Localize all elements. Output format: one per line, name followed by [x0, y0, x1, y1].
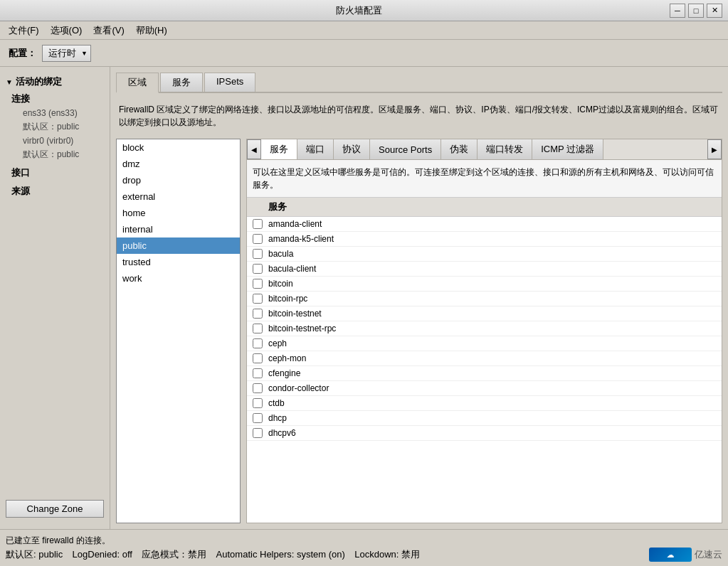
right-panel: 区域 服务 IPSets FirewallD 区域定义了绑定的网络连接、接口以及… [110, 67, 728, 529]
menu-view[interactable]: 查看(V) [88, 23, 130, 38]
inner-tabs: 服务 端口 协议 Source Ports 伪装 [261, 139, 707, 159]
close-button[interactable]: ✕ [707, 4, 722, 18]
sidebar-conn2-zone: 默认区：public [0, 147, 110, 162]
inner-tab-protocols[interactable]: 协议 [334, 139, 370, 159]
service-description: 可以在这里定义区域中哪些服务是可信的。可连接至绑定到这个区域的连接、接口和源的所… [247, 160, 722, 198]
tab-ipsets[interactable]: IPSets [204, 73, 255, 92]
inner-tab-masquerade[interactable]: 伪装 [441, 139, 478, 159]
menu-options[interactable]: 选项(O) [45, 23, 88, 38]
sidebar: ▼ 活动的绑定 连接 ens33 (ens33) 默认区：public virb… [0, 67, 110, 529]
service-checkbox-bitcoin[interactable] [253, 279, 263, 289]
inner-tab-icmp-filter[interactable]: ICMP 过滤器 [532, 139, 603, 159]
service-checkbox-bacula-client[interactable] [253, 264, 263, 274]
logo-area: ☁ 亿速云 [649, 548, 722, 562]
list-item: dhcp [247, 411, 722, 426]
service-checkbox-amanda-k5-client[interactable] [253, 234, 263, 244]
list-item: amanda-client [247, 217, 722, 232]
main-content: ▼ 活动的绑定 连接 ens33 (ens33) 默认区：public virb… [0, 67, 728, 529]
list-item: bitcoin [247, 277, 722, 292]
menubar: 文件(F) 选项(O) 查看(V) 帮助(H) [0, 21, 728, 40]
service-table: 服务 amanda-client amanda-k5-client b [247, 198, 722, 523]
logo-text: 亿速云 [695, 548, 722, 561]
config-label: 配置： [9, 47, 36, 60]
tabs-next-button[interactable]: ▶ [707, 139, 722, 159]
list-item: bacula [247, 247, 722, 262]
zone-detail: ◀ 服务 端口 协议 Source Ports [246, 139, 722, 523]
menu-file[interactable]: 文件(F) [3, 23, 45, 38]
maximize-button[interactable]: □ [688, 4, 704, 18]
service-checkbox-ctdb[interactable] [253, 398, 263, 408]
service-panel: 可以在这里定义区域中哪些服务是可信的。可连接至绑定到这个区域的连接、接口和源的所… [246, 159, 722, 523]
inner-tab-port-forward[interactable]: 端口转发 [478, 139, 532, 159]
service-checkbox-bitcoin-testnet[interactable] [253, 309, 263, 319]
list-item: amanda-k5-client [247, 232, 722, 247]
service-checkbox-dhcp[interactable] [253, 413, 263, 423]
zone-public[interactable]: public [117, 237, 240, 254]
statusbar-bottom: 默认区: public LogDenied: off 应急模式：禁用 Autom… [6, 548, 722, 562]
zone-panel: block dmz drop external home internal pu… [116, 139, 722, 523]
list-item: dhcpv6 [247, 426, 722, 441]
zone-external[interactable]: external [117, 188, 240, 205]
zone-drop[interactable]: drop [117, 172, 240, 188]
service-table-header: 服务 [247, 198, 722, 217]
list-item: ceph-mon [247, 351, 722, 366]
inner-tab-services[interactable]: 服务 [261, 139, 297, 159]
list-item: cfengine [247, 366, 722, 381]
statusbar-info: 默认区: public LogDenied: off 应急模式：禁用 Autom… [6, 548, 420, 561]
tab-services[interactable]: 服务 [160, 73, 203, 92]
service-checkbox-amanda-client[interactable] [253, 219, 263, 229]
zone-block[interactable]: block [117, 139, 240, 156]
runtime-dropdown[interactable]: 运行时 [42, 45, 91, 62]
inner-tabs-container: ◀ 服务 端口 协议 Source Ports [246, 139, 722, 159]
zone-home[interactable]: home [117, 205, 240, 221]
service-checkbox-dhcpv6[interactable] [253, 428, 263, 438]
list-item: bitcoin-testnet [247, 306, 722, 321]
sidebar-conn2-name: virbr0 (virbr0) [0, 134, 110, 147]
inner-tab-ports[interactable]: 端口 [297, 139, 334, 159]
status-connection-line: 已建立至 firewalld 的连接。 [6, 534, 722, 548]
list-item: bitcoin-rpc [247, 292, 722, 306]
zone-internal[interactable]: internal [117, 221, 240, 237]
list-item: bacula-client [247, 262, 722, 277]
zone-description: FirewallD 区域定义了绑定的网络连接、接口以及源地址的可信程度。区域是服… [116, 99, 722, 133]
service-checkbox-condor-collector[interactable] [253, 383, 263, 393]
sidebar-interfaces: 接口 [0, 165, 110, 181]
list-item: ctdb [247, 396, 722, 411]
service-checkbox-bitcoin-testnet-rpc[interactable] [253, 324, 263, 333]
service-checkbox-cfengine[interactable] [253, 368, 263, 378]
list-item: ceph [247, 336, 722, 351]
service-checkbox-ceph[interactable] [253, 338, 263, 348]
zone-list: block dmz drop external home internal pu… [116, 139, 241, 523]
logo-icon: ☁ [649, 548, 692, 562]
sidebar-sources: 来源 [0, 183, 110, 199]
tab-zones[interactable]: 区域 [116, 73, 159, 93]
zone-work[interactable]: work [117, 270, 240, 287]
window-title: 防火墙配置 [48, 4, 670, 17]
service-checkbox-bitcoin-rpc[interactable] [253, 294, 263, 304]
sidebar-conn1-zone: 默认区：public [0, 119, 110, 134]
change-zone-button[interactable]: Change Zone [6, 500, 104, 518]
top-tabs: 区域 服务 IPSets [116, 73, 722, 93]
sidebar-conn1-name: ens33 (ens33) [0, 107, 110, 119]
minimize-button[interactable]: ─ [670, 4, 685, 18]
statusbar: 已建立至 firewalld 的连接。 默认区: public LogDenie… [0, 529, 728, 566]
binding-header[interactable]: ▼ 活动的绑定 [0, 73, 110, 91]
service-checkbox-ceph-mon[interactable] [253, 353, 263, 363]
binding-arrow: ▼ [6, 78, 13, 86]
inner-tab-source-ports[interactable]: Source Ports [370, 139, 441, 159]
list-item: condor-collector [247, 381, 722, 396]
tabs-prev-button[interactable]: ◀ [247, 139, 261, 159]
zone-trusted[interactable]: trusted [117, 254, 240, 270]
menu-help[interactable]: 帮助(H) [130, 23, 173, 38]
zone-dmz[interactable]: dmz [117, 156, 240, 172]
toolbar: 配置： 运行时 [0, 40, 728, 67]
list-item: bitcoin-testnet-rpc [247, 321, 722, 336]
service-checkbox-bacula[interactable] [253, 249, 263, 259]
window-controls: ─ □ ✕ [670, 4, 722, 18]
sidebar-connections: 连接 [0, 91, 110, 107]
titlebar: 防火墙配置 ─ □ ✕ [0, 0, 728, 21]
